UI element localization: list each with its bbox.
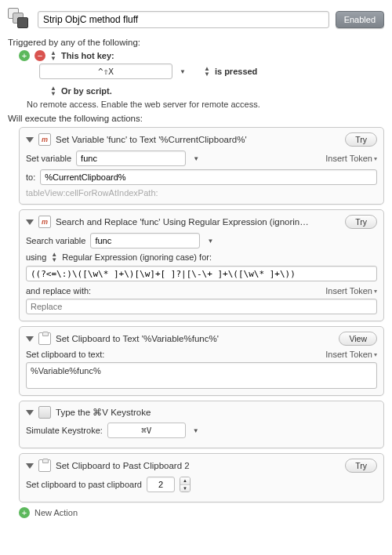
simulate-keystroke-label: Simulate Keystroke:: [26, 426, 103, 435]
keystroke-input[interactable]: ⌘V: [107, 423, 186, 438]
try-button[interactable]: Try: [345, 215, 377, 229]
triggers-heading: Triggered by any of the following:: [8, 38, 384, 47]
hotkey-input[interactable]: ^⇧X: [39, 63, 172, 79]
match-type-stepper[interactable]: [51, 252, 57, 263]
action-set-clipboard-text: Set Clipboard to Text '%Variable%func%' …: [19, 326, 384, 396]
search-variable-label: Search variable: [26, 236, 85, 245]
actions-heading: Will execute the following actions:: [8, 114, 384, 123]
clipboard-text-input[interactable]: %Variable%func%: [26, 362, 377, 389]
to-label: to:: [26, 172, 35, 182]
insert-token-button[interactable]: Insert Token: [325, 350, 377, 359]
enabled-button[interactable]: Enabled: [336, 11, 384, 28]
set-variable-label: Set variable: [26, 154, 71, 163]
clipboard-icon: [38, 332, 51, 345]
search-variable-input[interactable]: [90, 233, 200, 248]
hotkey-label: This hot key:: [61, 51, 114, 60]
past-clipboard-index-input[interactable]: [147, 477, 175, 492]
clipboard-icon: [38, 459, 51, 472]
new-action-label: New Action: [34, 508, 78, 517]
regex-input[interactable]: [26, 266, 377, 281]
action-type-keystroke: Type the ⌘V Keystroke Simulate Keystroke…: [19, 401, 384, 448]
action-search-replace: m Search and Replace 'func' Using Regula…: [19, 209, 384, 321]
action-set-variable: m Set Variable 'func' to Text '%CurrentC…: [19, 127, 384, 205]
disclosure-triangle-icon[interactable]: [26, 410, 34, 415]
add-trigger-icon[interactable]: +: [19, 50, 30, 61]
macro-title-input[interactable]: [38, 11, 329, 28]
using-label: using: [26, 252, 46, 262]
past-clipboard-label: Set clipboard to past clipboard: [26, 480, 142, 489]
disclosure-triangle-icon[interactable]: [26, 219, 34, 225]
hotkey-state-label: is pressed: [215, 67, 257, 76]
search-variable-dropdown[interactable]: ▼: [205, 235, 216, 246]
replace-with-label: and replace with:: [26, 286, 91, 296]
script-stepper[interactable]: [50, 85, 56, 96]
try-button[interactable]: Try: [345, 459, 377, 473]
action-title: Set Variable 'func' to Text '%CurrentCli…: [56, 135, 340, 144]
macro-icon: [8, 8, 31, 31]
disclosure-triangle-icon[interactable]: [26, 336, 34, 342]
action-title: Set Clipboard to Text '%Variable%func%': [56, 334, 334, 343]
set-clipboard-label: Set clipboard to text:: [26, 350, 104, 359]
action-title: Set Clipboard to Past Clipboard 2: [56, 461, 340, 470]
action-set-clipboard-past: Set Clipboard to Past Clipboard 2 Try Se…: [19, 453, 384, 502]
variable-dropdown[interactable]: ▼: [191, 153, 201, 164]
to-value-input[interactable]: [40, 169, 377, 185]
remove-trigger-icon[interactable]: −: [34, 50, 45, 61]
hotkey-disclosure[interactable]: ▼: [177, 66, 188, 77]
action-title: Type the ⌘V Keystroke: [56, 407, 377, 418]
disclosure-triangle-icon[interactable]: [26, 137, 34, 143]
action-title: Search and Replace 'func' Using Regular …: [56, 217, 340, 227]
insert-token-button[interactable]: Insert Token: [325, 154, 377, 163]
replace-input[interactable]: [26, 299, 377, 314]
view-button[interactable]: View: [339, 332, 377, 346]
script-label: Or by script.: [61, 86, 112, 96]
variable-icon: m: [38, 133, 51, 146]
keyboard-icon: [38, 406, 51, 419]
regex-type-label: Regular Expression (ignoring case) for:: [62, 252, 212, 262]
disclosure-triangle-icon[interactable]: [26, 463, 34, 469]
trigger-type-stepper[interactable]: [50, 50, 56, 61]
past-clipboard-stepper[interactable]: ▲▼: [180, 477, 191, 492]
hotkey-state-stepper[interactable]: [204, 66, 210, 77]
keystroke-dropdown[interactable]: ▼: [191, 425, 201, 436]
try-button[interactable]: Try: [345, 132, 377, 147]
variable-icon: m: [38, 216, 51, 228]
insert-token-button[interactable]: Insert Token: [325, 286, 377, 296]
action-result-preview: tableView:cellForRowAtIndexPath:: [26, 188, 377, 198]
variable-name-input[interactable]: [76, 151, 186, 166]
remote-access-text: No remote access. Enable the web server …: [27, 100, 384, 109]
add-action-icon[interactable]: +: [19, 507, 30, 518]
